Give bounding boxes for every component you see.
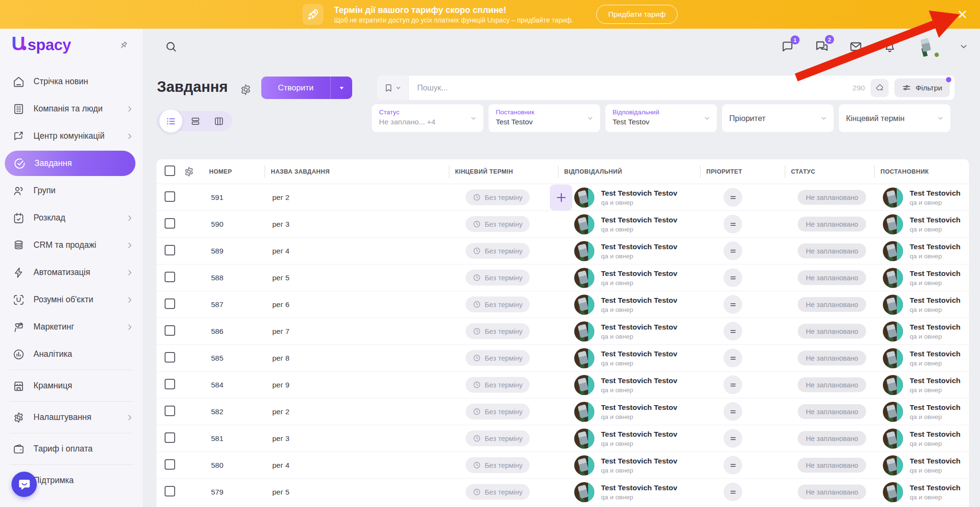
sidebar-item-analytics[interactable]: Аналітика <box>0 341 143 368</box>
deadline-pill[interactable]: Без терміну <box>466 243 530 259</box>
table-row[interactable]: 586 рег 7 Без терміну Test Testovich Tes… <box>156 318 969 345</box>
pin-sidebar-icon[interactable] <box>118 40 129 51</box>
status-pill[interactable]: Не заплановано <box>798 485 866 499</box>
deadline-pill[interactable]: Без терміну <box>466 297 530 312</box>
profile-chevron-down-icon[interactable] <box>959 42 969 51</box>
priority-medium-icon[interactable] <box>724 268 742 287</box>
status-pill[interactable]: Не заплановано <box>798 243 866 258</box>
creator-cell[interactable]: Test Testovich qa и овнер <box>874 482 969 502</box>
sidebar-item-newsfeed[interactable]: Стрічка новин <box>0 68 143 95</box>
sidebar-item-smart-objects[interactable]: Розумні об'єкти <box>0 286 143 313</box>
status-pill[interactable]: Не заплановано <box>798 297 866 312</box>
status-pill[interactable]: Не заплановано <box>798 270 866 285</box>
row-checkbox[interactable] <box>165 379 175 389</box>
status-pill[interactable]: Не заплановано <box>798 458 866 473</box>
table-settings-gear-icon[interactable] <box>183 166 204 177</box>
deadline-pill[interactable]: Без терміну <box>466 484 530 500</box>
creator-cell[interactable]: Test Testovich qa и овнер <box>874 429 969 449</box>
row-checkbox[interactable] <box>165 486 175 496</box>
creator-cell[interactable]: Test Testovich qa и овнер <box>874 402 969 422</box>
priority-medium-icon[interactable] <box>724 375 742 394</box>
creator-cell[interactable]: Test Testovich qa и овнер <box>874 268 969 288</box>
column-header-creator[interactable]: ПОСТАНОВНИК <box>874 168 969 175</box>
responsible-cell[interactable]: Test Testovich Testov qa и овнер <box>558 187 700 208</box>
table-row[interactable]: 589 рег 4 Без терміну Test Testovich Tes… <box>156 238 969 265</box>
row-checkbox[interactable] <box>165 432 175 443</box>
responsible-cell[interactable]: Test Testovich Testov qa и овнер <box>558 429 700 449</box>
priority-medium-icon[interactable] <box>724 242 742 260</box>
tasks-settings-gear-icon[interactable] <box>239 83 252 96</box>
creator-cell[interactable]: Test Testovich qa и овнер <box>874 455 969 475</box>
buy-tariff-button[interactable]: Придбати тариф <box>596 5 678 24</box>
deadline-pill[interactable]: Без терміну <box>466 216 530 232</box>
priority-medium-icon[interactable] <box>724 349 742 367</box>
creator-cell[interactable]: Test Testovich qa и овнер <box>874 241 969 261</box>
uspacy-logo[interactable]: Uspacy <box>11 33 71 59</box>
list-view-button[interactable] <box>159 110 182 132</box>
table-row[interactable]: 579 рег 5 Без терміну Test Testovich Tes… <box>156 479 969 506</box>
filters-button[interactable]: Фільтри <box>894 78 950 97</box>
creator-cell[interactable]: Test Testovich qa и овнер <box>874 295 969 315</box>
responsible-cell[interactable]: Test Testovich Testov qa и овнер <box>558 214 700 234</box>
mail-icon[interactable] <box>849 40 863 54</box>
task-name[interactable]: рег 6 <box>265 300 449 309</box>
search-input[interactable] <box>409 83 853 92</box>
responsible-cell[interactable]: Test Testovich Testov qa и овнер <box>558 455 700 475</box>
sidebar-item-tariff[interactable]: Тариф і оплата <box>0 435 143 463</box>
creator-cell[interactable]: Test Testovich qa и овнер <box>874 375 969 395</box>
add-task-button[interactable] <box>550 185 572 210</box>
task-name[interactable]: рег 8 <box>265 354 449 363</box>
task-name[interactable]: рег 4 <box>265 461 449 470</box>
task-name[interactable]: рег 7 <box>265 327 449 336</box>
task-name[interactable]: рег 5 <box>265 488 449 496</box>
table-row[interactable]: 580 рег 4 Без терміну Test Testovich Tes… <box>156 452 969 479</box>
row-checkbox[interactable] <box>165 298 175 309</box>
status-pill[interactable]: Не заплановано <box>798 217 866 231</box>
sidebar-item-automation[interactable]: Автоматизація <box>0 259 143 286</box>
priority-medium-icon[interactable] <box>724 402 742 421</box>
responsible-cell[interactable]: Test Testovich Testov qa и овнер <box>558 321 700 342</box>
row-checkbox[interactable] <box>165 406 175 416</box>
creator-cell[interactable]: Test Testovich qa и овнер <box>874 187 969 208</box>
deadline-pill[interactable]: Без терміну <box>466 270 530 286</box>
task-name[interactable]: рег 2 <box>265 193 449 202</box>
task-name[interactable]: рег 9 <box>265 381 449 389</box>
user-avatar[interactable] <box>917 35 939 57</box>
status-pill[interactable]: Не заплановано <box>798 190 866 205</box>
sidebar-item-settings[interactable]: Налаштування <box>0 404 143 431</box>
status-pill[interactable]: Не заплановано <box>798 404 866 419</box>
table-row[interactable]: 582 рег 2 Без терміну Test Testovich Tes… <box>156 398 969 425</box>
priority-medium-icon[interactable] <box>724 483 742 501</box>
priority-medium-icon[interactable] <box>724 456 742 474</box>
status-pill[interactable]: Не заплановано <box>798 324 866 339</box>
row-checkbox[interactable] <box>165 218 175 229</box>
task-name[interactable]: рег 3 <box>265 220 449 229</box>
filter-chip-status[interactable]: Статус Не заплано... +4 <box>372 104 483 132</box>
table-row[interactable]: 585 рег 8 Без терміну Test Testovich Tes… <box>156 345 969 372</box>
sidebar-item-crm[interactable]: CRM та продажі <box>0 231 143 259</box>
column-header-status[interactable]: СТАТУС <box>785 168 874 175</box>
deadline-pill[interactable]: Без терміну <box>466 404 530 419</box>
column-header-responsible[interactable]: ВІДПОВІДАЛЬНИЙ <box>558 168 700 175</box>
saved-filters-bookmark-button[interactable] <box>377 76 409 100</box>
select-all-checkbox[interactable] <box>165 165 175 176</box>
task-name[interactable]: рег 5 <box>265 274 449 282</box>
responsible-cell[interactable]: Test Testovich Testov qa и овнер <box>558 402 700 422</box>
column-header-priority[interactable]: ПРІОРИТЕТ <box>700 168 785 175</box>
column-header-name[interactable]: НАЗВА ЗАВДАННЯ <box>265 168 449 175</box>
create-dropdown-button[interactable] <box>330 77 352 99</box>
row-checkbox[interactable] <box>165 459 175 470</box>
responsible-cell[interactable]: Test Testovich Testov qa и овнер <box>558 268 700 288</box>
comments-icon[interactable]: 1 <box>781 40 794 53</box>
deadline-pill[interactable]: Без терміну <box>466 350 530 366</box>
responsible-cell[interactable]: Test Testovich Testov qa и овнер <box>558 348 700 368</box>
columns-view-button[interactable] <box>208 111 229 131</box>
deadline-pill[interactable]: Без терміну <box>466 457 530 473</box>
table-row[interactable]: 581 рег 3 Без терміну Test Testovich Tes… <box>156 425 969 452</box>
row-checkbox[interactable] <box>165 245 175 255</box>
priority-medium-icon[interactable] <box>724 295 742 314</box>
row-checkbox[interactable] <box>165 352 175 363</box>
cards-view-button[interactable] <box>185 111 206 131</box>
sidebar-item-communications[interactable]: Центр комунікацій <box>0 122 143 150</box>
filter-chip-priority[interactable]: Пріоритет <box>722 104 834 132</box>
